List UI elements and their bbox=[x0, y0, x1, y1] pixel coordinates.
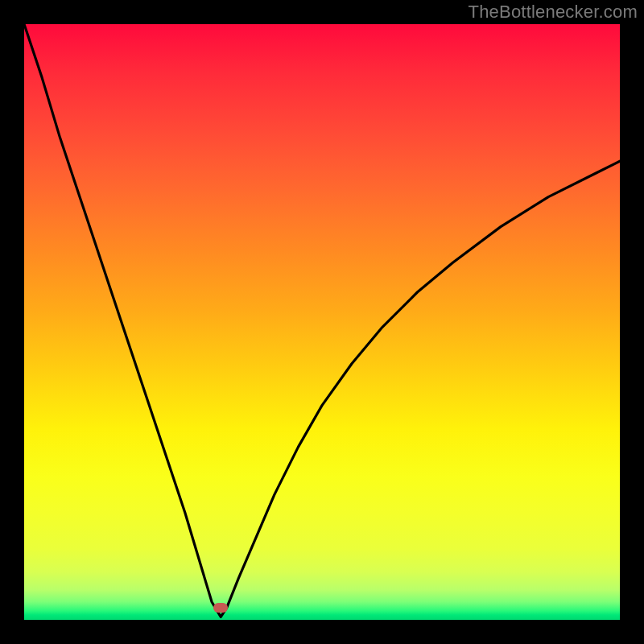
chart-frame: TheBottlenecker.com bbox=[0, 0, 644, 644]
bottleneck-curve bbox=[24, 24, 620, 620]
watermark-text: TheBottlenecker.com bbox=[469, 2, 638, 23]
optimum-marker bbox=[213, 603, 228, 613]
plot-area bbox=[24, 24, 620, 620]
